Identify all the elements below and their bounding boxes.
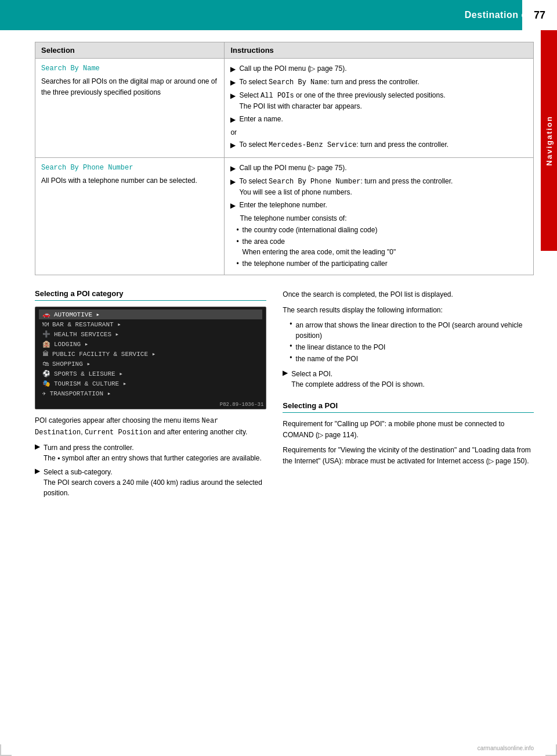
poi-category-section-title: Selecting a POI category bbox=[35, 289, 266, 301]
poi-menu-item: ✈ TRANSPORTATION ▸ bbox=[39, 388, 262, 398]
poi-menu-icon: ➕ bbox=[42, 330, 50, 338]
poi-menu-icon: ⚽ bbox=[42, 370, 50, 377]
bullet-icon: • bbox=[290, 320, 292, 341]
bullet-icon: • bbox=[290, 342, 292, 352]
selecting-poi-body2: Requirements for "Viewing the vicinity o… bbox=[283, 445, 534, 466]
poi-menu-icon: 🎭 bbox=[42, 380, 50, 387]
bullet-text: an arrow that shows the linear direction… bbox=[296, 320, 534, 341]
inst-text: Enter the telephone number. bbox=[239, 200, 327, 211]
poi-menu-label: TRANSPORTATION ▸ bbox=[50, 390, 111, 397]
result-bullet: • the name of the POI bbox=[290, 354, 534, 364]
poi-menu-list: 🚗 AUTOMOTIVE ▸ 🍽 BAR & RESTAURANT ▸ ➕ HE… bbox=[35, 307, 266, 401]
instructions-table: Selection Instructions Search By Name Se… bbox=[35, 42, 534, 275]
arrow-icon: ▶ bbox=[283, 369, 288, 390]
arrow-icon: ▶ bbox=[230, 200, 236, 211]
poi-menu-icon: ✈ bbox=[42, 390, 46, 397]
poi-image-ref: P82.89-1036-31 bbox=[35, 401, 266, 409]
bullet-text: the telephone number of the participatin… bbox=[243, 258, 388, 269]
inst-plain: The telephone number consists of: bbox=[240, 213, 527, 224]
bullet-text: the linear distance to the POI bbox=[296, 342, 386, 352]
left-column: Selecting a POI category 🚗 AUTOMOTIVE ▸ … bbox=[35, 289, 266, 501]
poi-menu-label: BAR & RESTAURANT ▸ bbox=[52, 321, 121, 328]
corner-mark-br bbox=[545, 744, 557, 756]
poi-menu-item: 🚗 AUTOMOTIVE ▸ bbox=[39, 309, 262, 319]
poi-menu-label: SHOPPING ▸ bbox=[52, 360, 91, 368]
page-number: 77 bbox=[534, 9, 545, 21]
arrow-icon: ▶ bbox=[230, 140, 236, 150]
arrow-text: Select a sub-category.The POI search cov… bbox=[44, 467, 266, 498]
poi-menu-item: 🎭 TOURISM & CULTURE ▸ bbox=[39, 379, 262, 388]
selecting-poi-title: Selecting a POI bbox=[283, 401, 534, 413]
search-by-name-desc: Searches for all POIs on the digital map… bbox=[41, 77, 217, 96]
inst-item: ▶ Enter a name. bbox=[230, 114, 527, 125]
table-cell-instructions-2: ▶ Call up the POI menu (▷ page 75). ▶ To… bbox=[225, 158, 534, 275]
poi-menu-item: 🏛 PUBLIC FACILITY & SERVICE ▸ bbox=[39, 349, 262, 359]
search-by-phone-title: Search By Phone Number bbox=[41, 163, 218, 173]
poi-menu-item: ⚽ SPORTS & LEISURE ▸ bbox=[39, 369, 262, 379]
inst-text: Call up the POI menu (▷ page 75). bbox=[239, 63, 346, 74]
inst-item: ▶ To select Search By Phone Number: turn… bbox=[230, 176, 527, 197]
poi-menu-icon: 🚗 bbox=[42, 311, 50, 318]
inst-or: or bbox=[230, 127, 527, 138]
search-completed-text: Once the search is completed, the POI li… bbox=[283, 289, 534, 300]
poi-menu-icon: 🛍 bbox=[42, 360, 49, 368]
poi-menu-item: 🏨 LODGING ▸ bbox=[39, 339, 262, 349]
inst-item: ▶ Call up the POI menu (▷ page 75). bbox=[230, 163, 527, 174]
inst-text: To select Mercedes-Benz Service: turn an… bbox=[239, 139, 449, 150]
arrow-text: Select a POI.The complete address of the… bbox=[291, 369, 424, 390]
poi-menu-icon: 🏨 bbox=[42, 340, 50, 348]
inst-text: To select Search By Name: turn and press… bbox=[239, 77, 419, 88]
bullet-item: • the area codeWhen entering the area co… bbox=[236, 236, 527, 257]
poi-menu-label: LODGING ▸ bbox=[54, 340, 88, 348]
arrow-text: Turn and press the controller.The ▪ symb… bbox=[44, 442, 262, 463]
watermark: carmanualsonline.info bbox=[478, 745, 534, 751]
table-row: Search By Name Searches for all POIs on … bbox=[35, 59, 534, 158]
main-content: Selection Instructions Search By Name Se… bbox=[35, 30, 534, 524]
arrow-bullet: ▶ Select a POI.The complete address of t… bbox=[283, 369, 534, 390]
inst-text: Select All POIs or one of the three prev… bbox=[239, 90, 445, 111]
nav-side-tab: Navigation bbox=[541, 30, 557, 251]
poi-menu-icon: 🍽 bbox=[42, 321, 49, 328]
poi-menu-label: PUBLIC FACILITY & SERVICE ▸ bbox=[52, 350, 155, 358]
selecting-poi-section: Selecting a POI Requirement for "Calling… bbox=[283, 401, 534, 466]
arrow-icon: ▶ bbox=[230, 163, 236, 174]
arrow-icon: ▶ bbox=[230, 77, 236, 88]
search-by-name-title: Search By Name bbox=[41, 63, 218, 74]
inst-item: ▶ Select All POIs or one of the three pr… bbox=[230, 90, 527, 111]
bullet-icon: • bbox=[236, 258, 238, 269]
bullet-icon: • bbox=[236, 236, 238, 257]
arrow-bullet: ▶ Turn and press the controller.The ▪ sy… bbox=[35, 442, 266, 463]
bullet-icon: • bbox=[290, 354, 292, 364]
bullet-text: the area codeWhen entering the area code… bbox=[243, 236, 396, 257]
poi-category-body1: POI categories appear after choosing the… bbox=[35, 415, 266, 438]
inst-item: ▶ To select Mercedes-Benz Service: turn … bbox=[230, 139, 527, 150]
corner-mark-bl bbox=[0, 744, 12, 756]
header-bar: Destination entry 77 bbox=[0, 0, 557, 30]
arrow-icon: ▶ bbox=[230, 64, 236, 74]
arrow-icon: ▶ bbox=[35, 442, 40, 463]
result-bullet: • the linear distance to the POI bbox=[290, 342, 534, 352]
inst-item: ▶ Enter the telephone number. bbox=[230, 200, 527, 211]
arrow-icon: ▶ bbox=[230, 114, 236, 125]
search-by-phone-desc: All POIs with a telephone number can be … bbox=[41, 177, 197, 185]
right-column: Once the search is completed, the POI li… bbox=[283, 289, 534, 501]
nav-side-tab-label: Navigation bbox=[545, 116, 554, 165]
bullet-text: the name of the POI bbox=[296, 354, 358, 364]
table-header-instructions: Instructions bbox=[225, 42, 534, 59]
page-number-box: 77 bbox=[522, 0, 557, 30]
poi-menu-label: SPORTS & LEISURE ▸ bbox=[54, 370, 123, 377]
inst-item: ▶ Call up the POI menu (▷ page 75). bbox=[230, 63, 527, 74]
table-cell-selection-1: Search By Name Searches for all POIs on … bbox=[35, 59, 225, 158]
bullet-item: • the country code (international dialin… bbox=[236, 225, 527, 235]
inst-item: ▶ To select Search By Name: turn and pre… bbox=[230, 77, 527, 88]
poi-menu-label: TOURISM & CULTURE ▸ bbox=[54, 380, 126, 387]
bullet-icon: • bbox=[236, 225, 238, 235]
table-cell-instructions-1: ▶ Call up the POI menu (▷ page 75). ▶ To… bbox=[225, 59, 534, 158]
arrow-bullet: ▶ Select a sub-category.The POI search c… bbox=[35, 467, 266, 498]
arrow-icon: ▶ bbox=[35, 467, 40, 498]
selecting-poi-body1: Requirement for "Calling up POI": a mobi… bbox=[283, 419, 534, 440]
table-header-selection: Selection bbox=[35, 42, 225, 59]
bullet-text: the country code (international dialing … bbox=[243, 225, 378, 235]
poi-menu-item: 🍽 BAR & RESTAURANT ▸ bbox=[39, 319, 262, 329]
arrow-icon: ▶ bbox=[230, 177, 236, 197]
